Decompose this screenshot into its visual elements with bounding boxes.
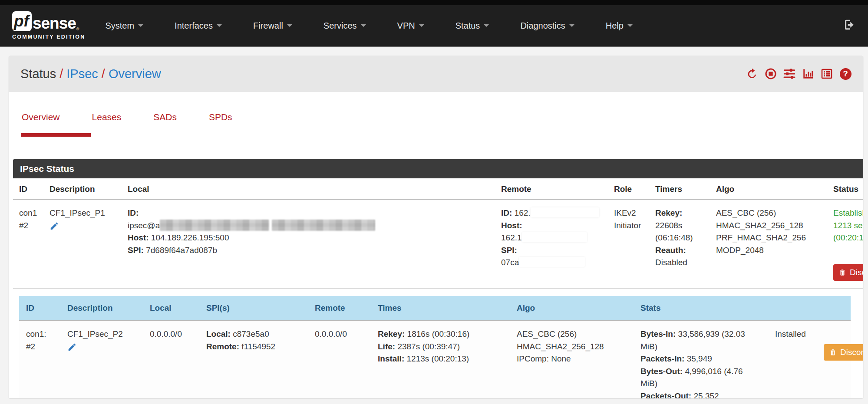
nav-label: Help	[606, 21, 624, 31]
tab-spds[interactable]: SPDs	[209, 112, 232, 122]
disconnect-p2-button[interactable]: Disconnect	[824, 344, 863, 361]
tab-overview[interactable]: Overview	[22, 112, 60, 122]
life-value: 2387s (00:39:47)	[397, 342, 460, 351]
p1-description: CF1_IPsec_P1	[50, 207, 116, 220]
p2-times-cell: Rekey: 1816s (00:30:16) Life: 2387s (00:…	[371, 321, 510, 399]
disconnect-p1-button[interactable]: Disconnect	[833, 264, 863, 281]
p2-remote-cell: 0.0.0.0/0	[308, 321, 371, 399]
p1-col-description: Description	[43, 178, 122, 200]
bar-chart-icon[interactable]	[802, 68, 814, 80]
tab-sads[interactable]: SADs	[153, 112, 177, 122]
content-card: Status/IPsec/Overview ? Overview	[9, 56, 863, 398]
logo-registered-mark: ®	[76, 27, 79, 31]
packets-in-value: 35,949	[687, 354, 712, 363]
stop-circle-icon[interactable]	[765, 68, 777, 80]
nav-item-system[interactable]: System	[105, 21, 143, 31]
p1-col-algo: Algo	[710, 178, 827, 200]
chevron-down-icon	[627, 24, 633, 27]
nav-item-help[interactable]: Help	[606, 21, 633, 31]
panel-title: IPsec Status	[13, 159, 863, 178]
p2-col-id: ID	[19, 296, 60, 321]
local-host-label: Host:	[128, 233, 149, 242]
p2-col-actions	[768, 296, 851, 321]
navbar: pfsense® COMMUNITY EDITION System Interf…	[0, 5, 868, 47]
chevron-down-icon	[138, 24, 143, 27]
reauth-value: Disabled	[655, 256, 704, 269]
nav-label: Interfaces	[175, 21, 213, 31]
p2-description: CF1_IPsec_P2	[67, 328, 136, 341]
p1-local-cell: ID: ipsec@a Host: 104.189.226.195:500 SP…	[122, 200, 495, 289]
p1-id-cell: con1 #2	[13, 200, 43, 289]
rekey-label: Rekey:	[378, 329, 405, 338]
p1-col-remote: Remote	[495, 178, 608, 200]
help-glyph: ?	[840, 68, 851, 80]
tab-bar: Overview Leases SADs SPDs	[9, 92, 863, 122]
p2-id-cell: con1: #2	[19, 321, 60, 399]
breadcrumb-separator: /	[56, 67, 66, 81]
p2-algo-cell: AES_CBC (256) HMAC_SHA2_256_128 IPComp: …	[510, 321, 634, 399]
edit-pencil-icon[interactable]	[67, 342, 77, 356]
breadcrumb: Status/IPsec/Overview	[20, 67, 161, 81]
packets-out-value: 25,352	[693, 391, 719, 399]
logo-tagline: COMMUNITY EDITION	[12, 34, 85, 40]
redaction-whitebox	[531, 207, 599, 217]
edit-pencil-icon[interactable]	[50, 221, 59, 235]
nav-label: VPN	[397, 21, 415, 31]
spi-local-value: c873e5a0	[233, 329, 269, 338]
spi-local-label: Local:	[206, 329, 231, 338]
status-established: Established	[833, 207, 863, 220]
p1-row: con1 #2 CF1_IPsec_P1 ID: ipsec@a Host: 1…	[13, 200, 863, 289]
redaction-blur	[160, 220, 269, 231]
reauth-label: Reauth:	[655, 244, 704, 257]
remote-id-value: 162.	[515, 208, 531, 217]
algo-prf: PRF_HMAC_SHA2_256	[716, 232, 821, 244]
p2-row-container: ID Description Local SPI(s) Remote Times…	[13, 288, 863, 398]
refresh-icon[interactable]	[746, 68, 758, 80]
nav-item-services[interactable]: Services	[323, 21, 366, 31]
p2-id-num: #2	[26, 341, 53, 353]
disconnect-label: Disconnect	[850, 268, 863, 277]
breadcrumb-link-ipsec[interactable]: IPsec	[66, 67, 98, 81]
p1-id: con1	[19, 207, 37, 220]
ipsec-status-panel: IPsec Status ID Description Local Remote…	[13, 159, 863, 398]
install-label: Install:	[378, 354, 404, 363]
breadcrumb-link-overview[interactable]: Overview	[109, 67, 161, 81]
rekey-value: 1816s (00:30:16)	[407, 329, 470, 338]
sign-out-icon	[843, 18, 856, 33]
sliders-icon[interactable]	[783, 68, 795, 80]
sign-out-button[interactable]	[843, 18, 856, 33]
p2-col-local: Local	[143, 296, 199, 321]
local-id-value: ipsec@a	[128, 221, 160, 230]
logo-sense: sense	[33, 15, 76, 31]
rekey-label: Rekey:	[655, 207, 704, 220]
table-list-icon[interactable]	[821, 68, 833, 80]
remote-host-label: Host:	[501, 221, 522, 230]
nav-label: Firewall	[253, 21, 283, 31]
algo-ipcomp: IPComp: None	[517, 353, 627, 365]
breadcrumb-status: Status	[20, 67, 56, 81]
nav-item-interfaces[interactable]: Interfaces	[175, 21, 222, 31]
tab-leases[interactable]: Leases	[92, 112, 122, 122]
pfsense-logo[interactable]: pfsense® COMMUNITY EDITION	[12, 11, 85, 40]
nav-item-diagnostics[interactable]: Diagnostics	[520, 21, 574, 31]
nav-label: Diagnostics	[520, 21, 565, 31]
p1-col-role: Role	[608, 178, 649, 200]
bytes-out-label: Bytes-Out:	[640, 367, 683, 376]
p2-header-row: ID Description Local SPI(s) Remote Times…	[19, 296, 851, 321]
p2-stats-cell: Bytes-In: 33,586,939 (32.03 MiB) Packets…	[634, 321, 768, 399]
role-version: IKEv2	[614, 207, 643, 220]
nav-item-vpn[interactable]: VPN	[397, 21, 424, 31]
nav-item-status[interactable]: Status	[455, 21, 489, 31]
active-tab-indicator	[21, 133, 91, 137]
p1-col-status: Status	[827, 178, 863, 200]
nav-item-firewall[interactable]: Firewall	[253, 21, 292, 31]
help-icon[interactable]: ?	[839, 68, 851, 80]
chevron-down-icon	[569, 24, 574, 27]
ipsec-p1-table: ID Description Local Remote Role Timers …	[13, 178, 863, 398]
status-time: (00:20:13)	[833, 232, 863, 244]
remote-spi-value: 07ca	[501, 258, 519, 267]
spi-remote-value: f1154952	[241, 342, 275, 351]
logo-pf: pf	[12, 11, 32, 31]
nav-menu: System Interfaces Firewall Services VPN …	[105, 21, 632, 31]
p1-algo-cell: AES_CBC (256) HMAC_SHA2_256_128 PRF_HMAC…	[710, 200, 827, 289]
